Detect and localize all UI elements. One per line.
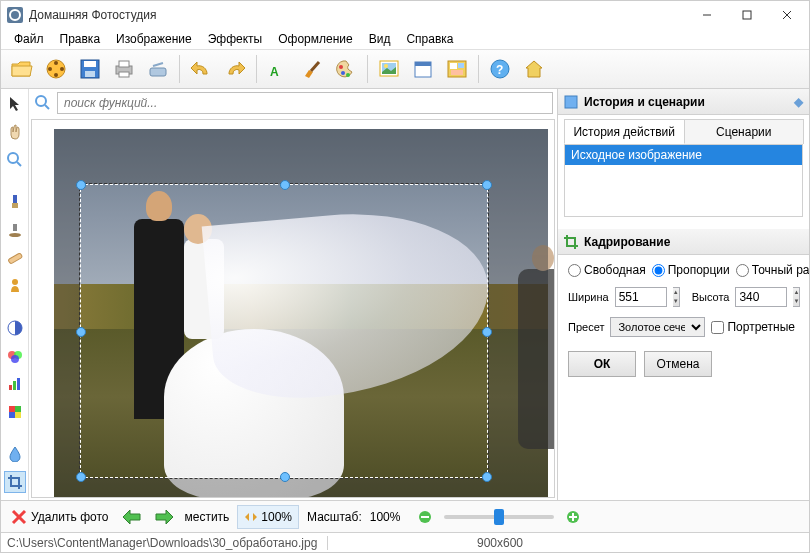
tb-brush[interactable] xyxy=(297,54,327,84)
mode-exact[interactable]: Точный размер xyxy=(736,263,810,277)
tool-curves[interactable] xyxy=(4,373,26,395)
search-input[interactable] xyxy=(57,92,553,114)
tool-sharpen[interactable] xyxy=(4,443,26,465)
tb-collage[interactable] xyxy=(442,54,472,84)
fit-button[interactable]: 100% xyxy=(237,505,299,529)
svg-point-45 xyxy=(11,355,19,363)
svg-point-8 xyxy=(48,67,52,71)
tb-print[interactable] xyxy=(109,54,139,84)
cancel-button[interactable]: Отмена xyxy=(644,351,712,377)
height-spin[interactable]: ▲▼ xyxy=(793,287,800,307)
svg-rect-13 xyxy=(119,61,129,67)
zoom-out-button[interactable] xyxy=(418,510,432,524)
mode-free[interactable]: Свободная xyxy=(568,263,646,277)
tb-help[interactable]: ? xyxy=(485,54,515,84)
svg-rect-37 xyxy=(13,195,17,203)
tool-clone[interactable] xyxy=(4,219,26,241)
handle-s[interactable] xyxy=(280,472,290,482)
svg-point-39 xyxy=(9,233,21,237)
tool-pointer[interactable] xyxy=(4,93,26,115)
tool-crop[interactable] xyxy=(4,471,26,493)
ok-button[interactable]: ОК xyxy=(568,351,636,377)
tb-save[interactable] xyxy=(75,54,105,84)
handle-ne[interactable] xyxy=(482,180,492,190)
tb-palette[interactable] xyxy=(331,54,361,84)
plus-icon xyxy=(566,510,580,524)
menu-file[interactable]: Файл xyxy=(7,30,51,48)
svg-rect-46 xyxy=(9,385,12,390)
svg-point-53 xyxy=(36,96,46,106)
handle-n[interactable] xyxy=(280,180,290,190)
svg-rect-51 xyxy=(9,412,15,418)
search-icon[interactable] xyxy=(33,93,53,113)
crop-panel: Свободная Пропорции Точный размер Ширина… xyxy=(558,255,809,385)
height-field[interactable] xyxy=(735,287,787,307)
tb-open[interactable] xyxy=(7,54,37,84)
menu-decorate[interactable]: Оформление xyxy=(271,30,359,48)
tool-figure[interactable] xyxy=(4,275,26,297)
tool-brush[interactable] xyxy=(4,191,26,213)
svg-rect-14 xyxy=(119,72,129,77)
close-button[interactable] xyxy=(767,1,807,29)
history-list[interactable]: Исходное изображение xyxy=(564,145,803,217)
menu-effects[interactable]: Эффекты xyxy=(201,30,270,48)
svg-point-7 xyxy=(54,73,58,77)
fit-label: 100% xyxy=(261,510,292,524)
zoom-slider[interactable] xyxy=(444,515,554,519)
tool-color[interactable] xyxy=(4,401,26,423)
portrait-check[interactable]: Портретные xyxy=(711,320,795,334)
handle-e[interactable] xyxy=(482,327,492,337)
canvas[interactable] xyxy=(31,119,555,498)
tool-strip xyxy=(1,89,29,500)
zoom-thumb[interactable] xyxy=(494,509,504,525)
pin-icon[interactable]: ◆ xyxy=(794,95,803,109)
tool-levels[interactable] xyxy=(4,345,26,367)
tb-undo[interactable] xyxy=(186,54,216,84)
prev-photo-button[interactable] xyxy=(120,505,144,529)
svg-rect-32 xyxy=(451,70,463,75)
handle-se[interactable] xyxy=(482,472,492,482)
tb-scan[interactable] xyxy=(143,54,173,84)
mode-prop[interactable]: Пропорции xyxy=(652,263,730,277)
zoom-in-button[interactable] xyxy=(566,510,580,524)
tb-home[interactable] xyxy=(519,54,549,84)
pointer-icon xyxy=(8,96,22,112)
crop-buttons: ОК Отмена xyxy=(568,351,799,377)
handle-nw[interactable] xyxy=(76,180,86,190)
tab-scenarios[interactable]: Сценарии xyxy=(684,119,805,144)
history-item-0[interactable]: Исходное изображение xyxy=(565,145,802,165)
maximize-button[interactable] xyxy=(727,1,767,29)
tb-calendar[interactable] xyxy=(408,54,438,84)
minimize-button[interactable] xyxy=(687,1,727,29)
tool-hand[interactable] xyxy=(4,121,26,143)
handle-sw[interactable] xyxy=(76,472,86,482)
calendar-icon xyxy=(412,58,434,80)
handle-w[interactable] xyxy=(76,327,86,337)
menu-help[interactable]: Справка xyxy=(399,30,460,48)
tool-heal[interactable] xyxy=(4,247,26,269)
menu-image[interactable]: Изображение xyxy=(109,30,199,48)
svg-line-36 xyxy=(17,162,21,166)
preset-select[interactable]: Золотое сечение xyxy=(610,317,705,337)
crop-rect[interactable] xyxy=(80,184,488,478)
magnify-icon xyxy=(7,152,23,168)
tb-catalog[interactable] xyxy=(41,54,71,84)
center-panel xyxy=(29,89,557,500)
tb-image[interactable] xyxy=(374,54,404,84)
menu-view[interactable]: Вид xyxy=(362,30,398,48)
tool-contrast[interactable] xyxy=(4,317,26,339)
delete-photo-button[interactable]: Удалить фото xyxy=(7,507,112,527)
toolbar: A ? xyxy=(1,49,809,89)
tb-text[interactable]: A xyxy=(263,54,293,84)
tb-sep-3 xyxy=(367,55,368,83)
app-title: Домашняя Фотостудия xyxy=(29,8,687,22)
menu-edit[interactable]: Правка xyxy=(53,30,108,48)
width-field[interactable] xyxy=(615,287,667,307)
width-spin[interactable]: ▲▼ xyxy=(673,287,680,307)
tool-zoom[interactable] xyxy=(4,149,26,171)
next-photo-button[interactable] xyxy=(152,505,176,529)
tb-redo[interactable] xyxy=(220,54,250,84)
tab-history[interactable]: История действий xyxy=(564,119,685,144)
right-panel: История и сценарии ◆ История действий Сц… xyxy=(557,89,809,500)
minus-icon xyxy=(418,510,432,524)
